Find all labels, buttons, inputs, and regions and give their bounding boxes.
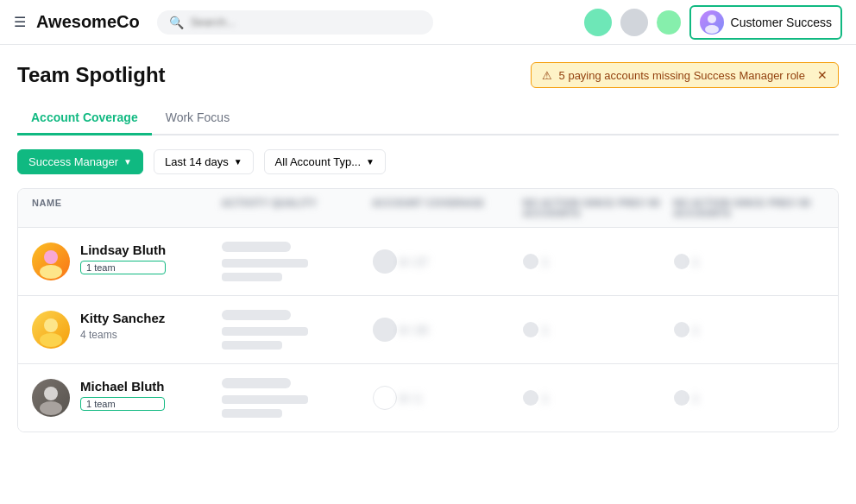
person-name: Kitty Sanchez [80,311,165,325]
blurred-content [222,242,291,252]
avatar [32,311,70,349]
person-cell: Kitty Sanchez 4 teams [32,311,222,349]
user-menu-button[interactable]: Customer Success [689,5,842,40]
no-action-value-2: 1 [693,392,699,405]
activity-cell [222,378,373,418]
no-action-value-2: 1 [693,255,699,268]
no-action-value-1: 1 [542,255,548,268]
date-filter-chevron: ▼ [234,157,242,167]
no-action-value-1: 1 [542,392,548,405]
search-input[interactable] [191,16,421,28]
blurred-content [222,310,291,320]
svg-point-1 [705,25,719,34]
blurred-content-2 [222,327,308,336]
data-table: NAME ACTIVITY QUALITY ACCOUNT COVERAGE N… [17,188,839,432]
no-action-cell-1: 1 [523,322,674,337]
date-filter-label: Last 14 days [165,155,229,168]
col-header-coverage: ACCOUNT COVERAGE [373,198,524,218]
svg-point-2 [44,250,58,264]
no-action-icon-1 [523,322,538,337]
table-header-row: NAME ACTIVITY QUALITY ACCOUNT COVERAGE N… [18,189,838,228]
table-row: Lindsay Bluth 1 team 8 / 27 1 1 [18,228,838,296]
tab-work-focus[interactable]: Work Focus [152,102,243,134]
avatar [32,243,70,280]
no-action-icon-2 [674,322,689,337]
person-badge: 1 team [80,397,165,411]
coverage-value: 8 / 20 [400,324,429,337]
header-avatar-2[interactable] [620,9,648,36]
person-cell: Michael Bluth 1 team [32,379,222,417]
page-content: Team Spotlight ⚠ 5 paying accounts missi… [0,45,856,432]
svg-point-3 [40,265,62,279]
col-header-name: NAME [32,198,222,218]
no-action-cell-2: 1 [674,254,825,269]
no-action-cell-1: 1 [523,390,674,406]
svg-point-5 [40,333,62,347]
svg-point-6 [44,387,58,400]
coverage-icon [373,318,397,342]
coverage-cell: 8 / 1 [373,386,524,410]
no-action-icon-1 [523,254,538,269]
header-avatar-3[interactable] [657,10,681,35]
user-name-label: Customer Success [731,16,832,29]
alert-close-button[interactable]: ✕ [817,68,828,82]
no-action-icon-1 [523,390,538,406]
blurred-content-3 [222,341,282,350]
search-bar[interactable]: 🔍 [157,10,433,35]
app-header: ☰ AwesomeCo 🔍 Customer Success [0,0,856,45]
person-name: Michael Bluth [80,379,165,394]
col-header-no-action-1: NO ACTION SINCE PREV 90 ACCOUNTS [523,198,674,218]
no-action-icon-2 [674,390,689,406]
tab-account-coverage[interactable]: Account Coverage [17,102,152,135]
blurred-content-2 [222,395,308,404]
person-name: Lindsay Bluth [80,243,166,257]
svg-point-7 [40,401,62,415]
table-row: Michael Bluth 1 team 8 / 1 1 1 [18,364,838,432]
blurred-content-3 [222,273,282,281]
role-filter-label: Success Manager [28,155,118,168]
user-avatar [700,10,724,35]
alert-icon: ⚠ [542,69,552,82]
no-action-cell-2: 1 [674,390,825,406]
filters-row: Success Manager ▼ Last 14 days ▼ All Acc… [17,149,839,174]
activity-cell [222,310,373,350]
person-info: Lindsay Bluth 1 team [80,243,166,274]
account-type-filter[interactable]: All Account Typ... ▼ [264,149,386,174]
page-header: Team Spotlight ⚠ 5 paying accounts missi… [17,62,839,88]
header-avatar-1[interactable] [584,9,612,36]
person-badge: 4 teams [80,329,165,341]
blurred-content-2 [222,259,308,268]
person-cell: Lindsay Bluth 1 team [32,243,222,280]
table-row: Kitty Sanchez 4 teams 8 / 20 1 1 [18,296,838,364]
menu-icon[interactable]: ☰ [14,14,26,30]
account-type-chevron: ▼ [366,157,374,167]
alert-banner: ⚠ 5 paying accounts missing Success Mana… [531,62,839,88]
blurred-content [222,378,291,388]
role-filter[interactable]: Success Manager ▼ [17,149,143,174]
coverage-value: 8 / 27 [400,255,429,268]
person-info: Michael Bluth 1 team [80,379,165,411]
app-logo: AwesomeCo [36,12,140,32]
header-icons: Customer Success [584,5,842,40]
no-action-cell-2: 1 [674,322,825,337]
svg-point-4 [44,318,58,332]
activity-cell [222,242,373,281]
no-action-value-2: 1 [693,324,699,337]
blurred-content-3 [222,409,282,418]
account-type-filter-label: All Account Typ... [275,155,361,168]
date-filter[interactable]: Last 14 days ▼ [154,149,254,174]
coverage-value: 8 / 1 [400,392,422,405]
person-badge: 1 team [80,261,166,274]
coverage-icon [373,386,397,410]
person-info: Kitty Sanchez 4 teams [80,311,165,341]
avatar [32,379,70,417]
svg-point-0 [708,15,716,23]
col-header-activity: ACTIVITY QUALITY [222,198,373,218]
alert-text: 5 paying accounts missing Success Manage… [559,69,805,82]
role-filter-chevron: ▼ [123,157,132,167]
no-action-cell-1: 1 [523,254,674,269]
coverage-cell: 8 / 27 [373,249,524,274]
no-action-value-1: 1 [542,324,548,337]
search-icon: 🔍 [169,16,184,29]
coverage-icon [373,249,397,274]
